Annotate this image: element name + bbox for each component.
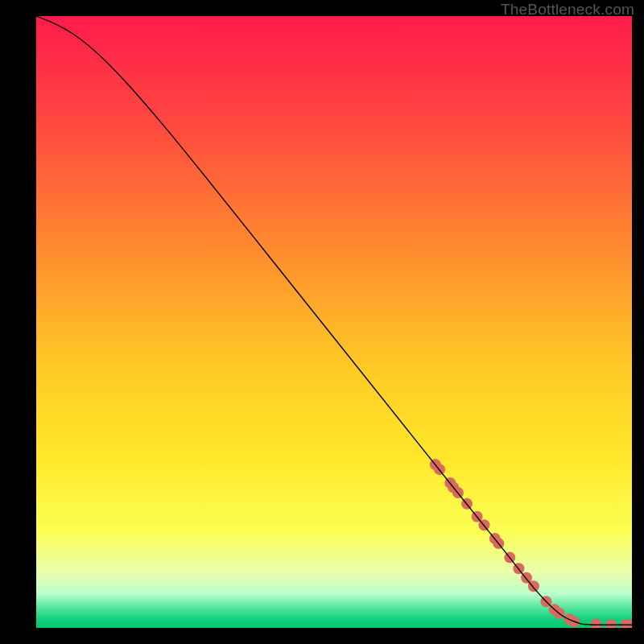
plot-area: [36, 16, 632, 628]
gradient-background: [36, 16, 632, 628]
watermark-text: TheBottleneck.com: [501, 1, 634, 19]
chart-frame: TheBottleneck.com: [0, 0, 644, 644]
